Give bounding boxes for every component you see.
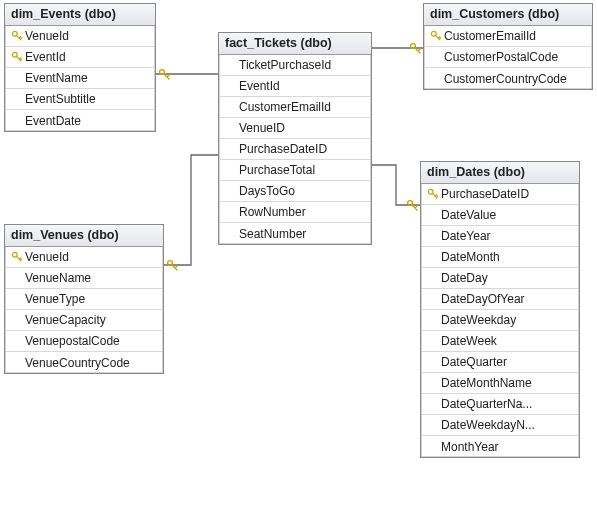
column-row[interactable]: PurchaseDateID bbox=[219, 139, 371, 160]
column-name: EventId bbox=[25, 50, 149, 64]
column-row[interactable]: TicketPurchaseId bbox=[219, 55, 371, 76]
column-name: DateQuarterNa... bbox=[441, 397, 573, 411]
column-row[interactable]: CustomerEmailId bbox=[219, 97, 371, 118]
svg-point-5 bbox=[411, 44, 416, 49]
column-name: DateQuarter bbox=[441, 355, 573, 369]
column-row[interactable]: DateMonth bbox=[421, 247, 579, 268]
table-customers[interactable]: dim_Customers (dbo)CustomerEmailIdCustom… bbox=[423, 3, 593, 90]
primary-key-icon bbox=[11, 251, 23, 263]
column-row[interactable]: DateQuarter bbox=[421, 352, 579, 373]
column-name: EventSubtitle bbox=[25, 92, 149, 106]
column-row[interactable]: VenueCapacity bbox=[5, 310, 163, 331]
column-row[interactable]: VenueId bbox=[5, 26, 155, 47]
column-name: DateDayOfYear bbox=[441, 292, 573, 306]
table-dates[interactable]: dim_Dates (dbo)PurchaseDateIDDateValueDa… bbox=[420, 161, 580, 458]
column-name: VenueId bbox=[25, 250, 157, 264]
primary-key-icon bbox=[9, 251, 25, 263]
column-name: DateValue bbox=[441, 208, 573, 222]
relationship-line bbox=[164, 155, 218, 265]
primary-key-icon bbox=[9, 30, 25, 42]
table-header[interactable]: fact_Tickets (dbo) bbox=[219, 33, 371, 55]
column-name: DateWeekdayN... bbox=[441, 418, 573, 432]
primary-key-icon bbox=[427, 188, 439, 200]
column-row[interactable]: VenueCountryCode bbox=[5, 352, 163, 373]
primary-key-icon bbox=[9, 51, 25, 63]
svg-point-11 bbox=[408, 201, 413, 206]
column-name: PurchaseDateID bbox=[239, 142, 365, 156]
table-header[interactable]: dim_Venues (dbo) bbox=[5, 225, 163, 247]
column-name: MonthYear bbox=[441, 440, 573, 454]
table-header[interactable]: dim_Customers (dbo) bbox=[424, 4, 592, 26]
column-name: VenueType bbox=[25, 292, 157, 306]
column-row[interactable]: PurchaseDateID bbox=[421, 184, 579, 205]
column-name: SeatNumber bbox=[239, 227, 365, 241]
column-row[interactable]: VenuepostalCode bbox=[5, 331, 163, 352]
column-row[interactable]: VenueID bbox=[219, 118, 371, 139]
column-name: VenueId bbox=[25, 29, 149, 43]
primary-key-icon bbox=[11, 30, 23, 42]
column-name: DateWeekday bbox=[441, 313, 573, 327]
column-row[interactable]: VenueType bbox=[5, 289, 163, 310]
column-row[interactable]: EventId bbox=[5, 47, 155, 68]
column-row[interactable]: CustomerCountryCode bbox=[424, 68, 592, 89]
column-row[interactable]: DateWeekdayN... bbox=[421, 415, 579, 436]
column-name: EventDate bbox=[25, 114, 149, 128]
table-tickets[interactable]: fact_Tickets (dbo)TicketPurchaseIdEventI… bbox=[218, 32, 372, 245]
column-name: CustomerCountryCode bbox=[444, 72, 586, 86]
table-venues[interactable]: dim_Venues (dbo)VenueIdVenueNameVenueTyp… bbox=[4, 224, 164, 374]
column-name: TicketPurchaseId bbox=[239, 58, 365, 72]
column-row[interactable]: DateValue bbox=[421, 205, 579, 226]
svg-point-2 bbox=[160, 70, 165, 75]
column-name: PurchaseTotal bbox=[239, 163, 365, 177]
column-row[interactable]: DateDayOfYear bbox=[421, 289, 579, 310]
column-row[interactable]: DateQuarterNa... bbox=[421, 394, 579, 415]
primary-key-icon bbox=[425, 188, 441, 200]
column-row[interactable]: EventName bbox=[5, 68, 155, 89]
column-name: DaysToGo bbox=[239, 184, 365, 198]
column-row[interactable]: CustomerEmailId bbox=[424, 26, 592, 47]
column-name: CustomerEmailId bbox=[444, 29, 586, 43]
column-row[interactable]: CustomerPostalCode bbox=[424, 47, 592, 68]
column-name: RowNumber bbox=[239, 205, 365, 219]
column-name: VenuepostalCode bbox=[25, 334, 157, 348]
svg-point-8 bbox=[168, 261, 173, 266]
column-row[interactable]: PurchaseTotal bbox=[219, 160, 371, 181]
table-events[interactable]: dim_Events (dbo)VenueIdEventIdEventNameE… bbox=[4, 3, 156, 132]
table-header[interactable]: dim_Dates (dbo) bbox=[421, 162, 579, 184]
column-row[interactable]: DateWeekday bbox=[421, 310, 579, 331]
column-row[interactable]: MonthYear bbox=[421, 436, 579, 457]
primary-key-icon bbox=[428, 30, 444, 42]
column-name: EventId bbox=[239, 79, 365, 93]
column-name: DateWeek bbox=[441, 334, 573, 348]
table-header[interactable]: dim_Events (dbo) bbox=[5, 4, 155, 26]
column-row[interactable]: DateDay bbox=[421, 268, 579, 289]
column-row[interactable]: EventId bbox=[219, 76, 371, 97]
column-name: CustomerEmailId bbox=[239, 100, 365, 114]
column-row[interactable]: EventSubtitle bbox=[5, 89, 155, 110]
column-name: DateMonthName bbox=[441, 376, 573, 390]
column-row[interactable]: RowNumber bbox=[219, 202, 371, 223]
column-row[interactable]: DateMonthName bbox=[421, 373, 579, 394]
column-name: DateMonth bbox=[441, 250, 573, 264]
column-name: PurchaseDateID bbox=[441, 187, 573, 201]
column-row[interactable]: DateYear bbox=[421, 226, 579, 247]
primary-key-icon bbox=[430, 30, 442, 42]
column-row[interactable]: EventDate bbox=[5, 110, 155, 131]
column-name: VenueCapacity bbox=[25, 313, 157, 327]
column-name: VenueName bbox=[25, 271, 157, 285]
column-name: VenueCountryCode bbox=[25, 356, 157, 370]
column-row[interactable]: DaysToGo bbox=[219, 181, 371, 202]
column-name: EventName bbox=[25, 71, 149, 85]
column-row[interactable]: DateWeek bbox=[421, 331, 579, 352]
primary-key-icon bbox=[11, 51, 23, 63]
column-name: DateDay bbox=[441, 271, 573, 285]
column-name: DateYear bbox=[441, 229, 573, 243]
column-row[interactable]: VenueId bbox=[5, 247, 163, 268]
column-name: VenueID bbox=[239, 121, 365, 135]
column-row[interactable]: SeatNumber bbox=[219, 223, 371, 244]
column-name: CustomerPostalCode bbox=[444, 50, 586, 64]
column-row[interactable]: VenueName bbox=[5, 268, 163, 289]
relationship-line bbox=[372, 165, 420, 205]
